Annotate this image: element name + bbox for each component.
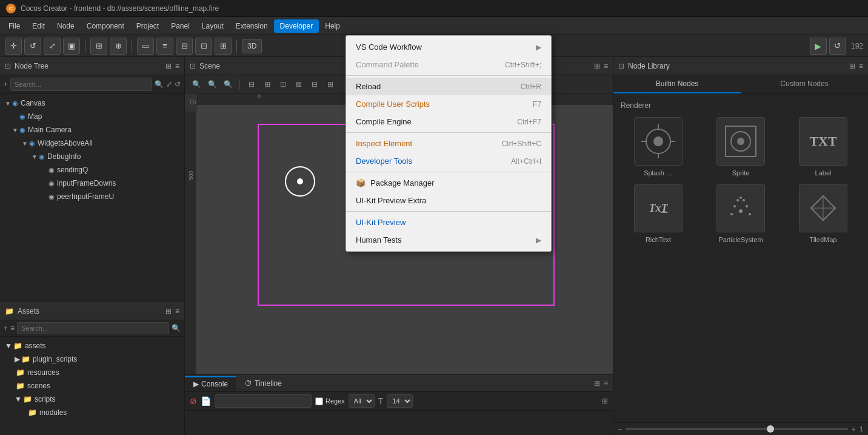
anchor-button[interactable]: ⊡ — [195, 38, 212, 55]
menu-item-package-manager[interactable]: 📦 Package Manager — [346, 174, 551, 192]
tab-builtin-nodes[interactable]: Builtin Nodes — [613, 75, 741, 93]
menu-item-compile-user-scripts[interactable]: Compile User Scripts F7 — [346, 95, 551, 113]
menu-item-developer-tools[interactable]: Developer Tools Alt+Ctrl+I — [346, 152, 551, 170]
menu-item-vs-code-workflow[interactable]: VS Code Workflow ▶ — [346, 38, 551, 56]
add-asset-button[interactable]: + — [4, 324, 8, 332]
lib-item-richtext[interactable]: TxT RichText — [621, 184, 696, 243]
tree-node-canvas[interactable]: ▼ ◉ Canvas — [0, 96, 184, 110]
node-tree-search-input[interactable] — [10, 78, 152, 91]
tab-custom-nodes[interactable]: Custom Nodes — [741, 75, 868, 93]
tree-node-map[interactable]: ◉ Map — [0, 110, 184, 123]
tree-node-widgets-above-all[interactable]: ▼ ◉ WidgetsAboveAll — [0, 137, 184, 150]
snap-scene-button[interactable]: ⊟ — [308, 78, 321, 91]
menu-item-compile-engine[interactable]: Compile Engine Ctrl+F7 — [346, 113, 551, 130]
menu-developer[interactable]: Developer — [274, 19, 319, 33]
move-tool-button[interactable]: ✛ — [5, 38, 22, 55]
assets-search-input[interactable] — [17, 322, 169, 334]
tab-console[interactable]: ▶ Console — [185, 376, 236, 391]
menu-file[interactable]: File — [2, 19, 26, 33]
log-level-select[interactable]: All — [349, 394, 375, 408]
tree-node-input-frame-downs[interactable]: ◉ inputFrameDowns — [0, 177, 184, 190]
menu-item-ui-kit-preview-extra[interactable]: UI-Kit Preview Extra — [346, 192, 551, 209]
align-button[interactable]: ≡ — [156, 38, 173, 55]
zoom-slider[interactable] — [626, 428, 848, 430]
sort-asset-button[interactable]: ≡ — [10, 324, 15, 332]
distribute-h-button[interactable]: ⊡ — [276, 78, 290, 91]
distribute-v-button[interactable]: ⊠ — [292, 78, 305, 91]
tab-timeline[interactable]: ⏱ Timeline — [236, 377, 290, 390]
bottom-expand-icon[interactable]: ⊞ — [594, 379, 600, 388]
expand-all-icon[interactable]: ⤢ — [166, 80, 172, 89]
scene-menu-icon[interactable]: ≡ — [604, 62, 608, 70]
menu-layout[interactable]: Layout — [196, 19, 230, 33]
console-expand-right-icon[interactable]: ⊞ — [602, 397, 608, 405]
scene-tb-sep — [239, 79, 240, 90]
node-tree-expand-icon[interactable]: ⊞ — [165, 62, 172, 70]
add-button[interactable]: ⊕ — [110, 38, 127, 55]
pause-button[interactable]: ↺ — [829, 38, 846, 55]
library-menu-icon[interactable]: ≡ — [859, 62, 863, 70]
camera-gizmo — [285, 166, 315, 197]
refresh-tree-icon[interactable]: ↺ — [175, 80, 181, 89]
asset-root[interactable]: ▼ 📁 assets — [0, 339, 184, 352]
regex-checkbox[interactable] — [315, 397, 323, 405]
menu-item-command-palette[interactable]: Command Palette Ctrl+Shift+; — [346, 56, 551, 73]
frame-button[interactable]: ▣ — [63, 38, 80, 55]
menu-sep-3 — [346, 172, 551, 172]
asset-resources[interactable]: 📁 resources — [0, 366, 184, 379]
tree-node-main-camera[interactable]: ▼ ◉ Main Camera — [0, 123, 184, 137]
play-button[interactable]: ▶ — [810, 38, 827, 55]
zoom-fit-button[interactable]: 🔍 — [221, 78, 235, 91]
center-button[interactable]: ⊞ — [324, 78, 337, 91]
lib-item-label[interactable]: TXT Label — [786, 117, 861, 177]
asset-modules[interactable]: 📁 modules — [0, 406, 184, 419]
menu-component[interactable]: Component — [81, 19, 130, 33]
tree-node-peer-input-frame[interactable]: ◉ peerInputFrameU — [0, 190, 184, 203]
node-tree-menu-icon[interactable]: ≡ — [175, 62, 179, 70]
refresh-button[interactable]: ↺ — [24, 38, 41, 55]
lib-item-tiledmap[interactable]: TiledMap — [786, 184, 861, 243]
search-icon[interactable]: 🔍 — [155, 80, 164, 89]
snap-button[interactable]: ⊞ — [215, 38, 232, 55]
zoom-in-button[interactable]: 🔍 — [205, 78, 219, 91]
bottom-panel: ▶ Console ⏱ Timeline ⊞ ≡ ⊘ 📄 — [185, 374, 613, 435]
align-v-button[interactable]: ⊞ — [261, 78, 274, 91]
menu-help[interactable]: Help — [319, 19, 346, 33]
menu-node[interactable]: Node — [51, 19, 81, 33]
align-h-button[interactable]: ⊟ — [245, 78, 258, 91]
bottom-menu-icon[interactable]: ≡ — [604, 379, 608, 388]
menu-item-ui-kit-preview[interactable]: UI-Kit Preview — [346, 214, 551, 231]
assets-menu-icon[interactable]: ≡ — [175, 307, 179, 315]
menu-extension[interactable]: Extension — [230, 19, 274, 33]
grid-button[interactable]: ⊞ — [90, 38, 107, 55]
asset-scripts[interactable]: ▼ 📁 scripts — [0, 393, 184, 406]
assets-expand-icon[interactable]: ⊞ — [165, 307, 172, 315]
library-expand-icon[interactable]: ⊞ — [849, 62, 855, 70]
clear-console-button[interactable]: ⊘ — [190, 396, 197, 406]
lib-item-splash[interactable]: Splash … — [621, 117, 696, 177]
library-content: Renderer Splash … — [613, 94, 868, 422]
scale-button[interactable]: ⤢ — [44, 38, 61, 55]
distribute-button[interactable]: ⊟ — [176, 38, 193, 55]
3d-toggle-button[interactable]: 3D — [242, 39, 262, 53]
font-size-select[interactable]: 14 — [387, 394, 413, 408]
search-assets-icon[interactable]: 🔍 — [172, 324, 181, 332]
lib-item-sprite[interactable]: Sprite — [703, 117, 778, 177]
menu-item-inspect-element[interactable]: Inspect Element Ctrl+Shift+C — [346, 135, 551, 152]
tree-node-debug-info[interactable]: ▼ ◉ DebugInfo — [0, 150, 184, 163]
menu-item-human-tests[interactable]: Human Tests ▶ — [346, 231, 551, 249]
console-filter-input[interactable] — [215, 394, 312, 408]
menu-panel[interactable]: Panel — [165, 19, 196, 33]
lib-item-particle[interactable]: ParticleSystem — [703, 184, 778, 243]
filter-button[interactable]: 📄 — [201, 396, 211, 406]
zoom-out-button[interactable]: 🔍 — [190, 78, 203, 91]
menu-project[interactable]: Project — [130, 19, 165, 33]
tree-node-sendingq[interactable]: ◉ sendingQ — [0, 163, 184, 177]
asset-plugin-scripts[interactable]: ▶ 📁 plugin_scripts — [0, 352, 184, 366]
menu-item-reload[interactable]: Reload Ctrl+R — [346, 78, 551, 95]
add-node-button[interactable]: + — [4, 80, 8, 89]
menu-edit[interactable]: Edit — [26, 19, 51, 33]
asset-scenes[interactable]: 📁 scenes — [0, 379, 184, 393]
scene-expand-icon[interactable]: ⊞ — [594, 62, 600, 70]
rect-button[interactable]: ▭ — [137, 38, 154, 55]
